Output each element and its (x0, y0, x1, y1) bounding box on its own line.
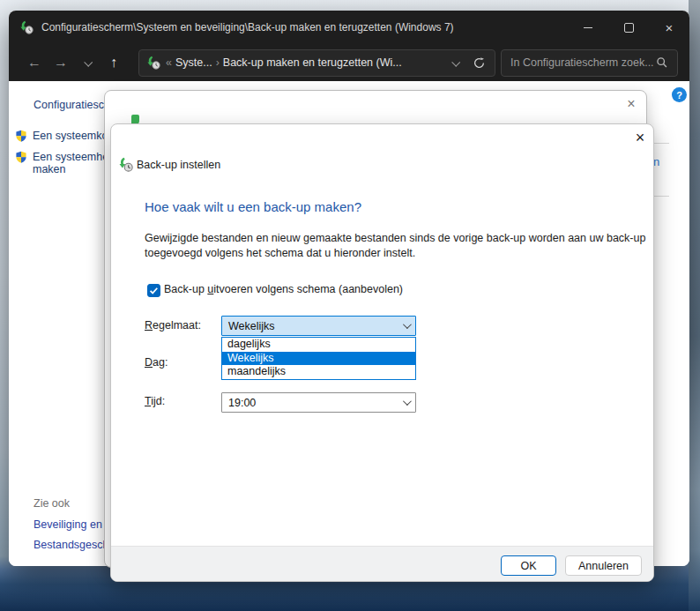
search-input[interactable]: In Configuratiescherm zoek... (501, 49, 678, 77)
refresh-icon[interactable] (473, 56, 486, 70)
check-icon (148, 285, 160, 296)
dialog-heading: Hoe vaak wilt u een back-up maken? (145, 199, 361, 214)
close-icon[interactable]: × (623, 96, 639, 112)
background-divider (652, 196, 669, 197)
chevron-down-icon (84, 57, 93, 66)
schedule-checkbox-label[interactable]: Back-up uitvoeren volgens schema (aanbev… (164, 283, 403, 295)
backup-dialog-icon (118, 157, 133, 172)
frequency-combobox[interactable]: Wekelijks (221, 316, 416, 336)
time-label: Tijd: (145, 395, 165, 407)
navigation-bar: ← → ↑ « Syste... › Back-up maken en teru… (9, 44, 689, 81)
desktop: Configuratiescherm\Systeem en beveiligin… (0, 0, 700, 611)
sidebar-item-label: Een systeemko (33, 130, 108, 142)
sidebar-item-control-panel-home[interactable]: Configuratiesch (34, 99, 110, 111)
maximize-button[interactable] (608, 11, 649, 44)
maximize-icon (624, 23, 634, 33)
address-dropdown-icon[interactable] (451, 57, 460, 66)
schedule-checkbox[interactable] (147, 284, 160, 297)
address-bar[interactable]: « Syste... › Back-up maken en terugzette… (138, 49, 495, 77)
sidebar-item-file-history[interactable]: Bestandsgesch (34, 539, 108, 551)
day-label: Dag: (145, 356, 168, 369)
minimize-icon (584, 27, 592, 28)
title-bar: Configuratiescherm\Systeem en beveiligin… (9, 11, 689, 44)
breadcrumb-system[interactable]: Syste... (175, 56, 212, 69)
window-title: Configuratiescherm\Systeem en beveiligin… (41, 21, 454, 34)
close-icon[interactable]: × (632, 130, 648, 145)
dialog-title: Back-up instellen (137, 159, 220, 171)
back-button[interactable]: ← (21, 49, 48, 76)
recent-pages-button[interactable] (74, 49, 101, 76)
desktop-wallpaper (689, 0, 700, 611)
up-button[interactable]: ↑ (101, 49, 127, 76)
dialog-description: Gewijzigde bestanden en nieuw gemaakte b… (145, 231, 645, 261)
help-button[interactable]: ? (672, 87, 687, 102)
option-weekly[interactable]: Wekelijks (222, 352, 415, 366)
option-monthly[interactable]: maandelijks (222, 365, 415, 379)
uac-shield-icon (15, 130, 27, 142)
chevron-down-icon (403, 320, 412, 329)
background-divider (652, 143, 669, 144)
search-placeholder: In Configuratiescherm zoek... (510, 56, 654, 69)
frequency-value: Wekelijks (228, 320, 275, 332)
time-combobox[interactable]: 19:00 (221, 392, 416, 413)
forward-button[interactable]: → (48, 49, 74, 76)
uac-shield-icon (15, 151, 27, 163)
sidebar-item-label: Een systeemhemaken (33, 151, 108, 175)
setup-backup-dialog: × Back-up instellen Hoe vaak wilt u een … (110, 123, 654, 582)
backup-page-icon (146, 56, 160, 70)
breadcrumb-overflow-chevrons[interactable]: « (166, 56, 172, 69)
close-button[interactable]: × (649, 11, 689, 44)
breadcrumb-backup-restore[interactable]: Back-up maken en terugzetten (Wi... (223, 56, 402, 69)
backup-app-icon (19, 20, 34, 34)
chevron-down-icon (403, 397, 412, 406)
ok-button[interactable]: OK (501, 555, 556, 576)
cancel-button[interactable]: Annuleren (565, 555, 642, 576)
breadcrumb-separator: › (216, 56, 220, 69)
time-value: 19:00 (228, 397, 256, 409)
option-daily[interactable]: dagelijks (222, 338, 415, 352)
minimize-button[interactable] (568, 11, 608, 44)
search-icon (656, 56, 668, 69)
background-link-fragment: n (653, 155, 659, 168)
frequency-dropdown-list: dagelijks Wekelijks maandelijks (221, 337, 416, 380)
frequency-label: Regelmaat: (145, 319, 201, 332)
see-also-header: Zie ook (34, 497, 70, 510)
sidebar-item-repair-disc[interactable]: Een systeemhemaken (15, 151, 108, 175)
sidebar-item-system-image[interactable]: Een systeemko (15, 130, 108, 142)
sidebar-item-security-maintenance[interactable]: Beveiliging en (34, 518, 102, 531)
